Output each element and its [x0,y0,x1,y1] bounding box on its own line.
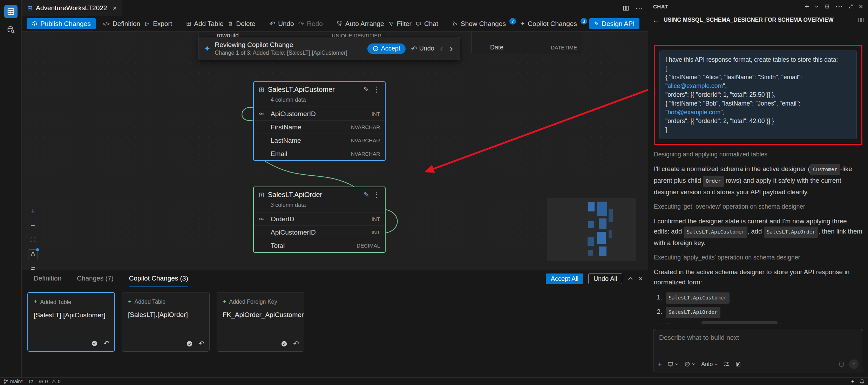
created-objects-list: 1.SalesLT.ApiCustomer 2.SalesLT.ApiOrder… [654,292,862,324]
git-branch-indicator[interactable]: main* [4,379,23,384]
delete-button[interactable]: Delete [225,18,257,29]
accept-all-button[interactable]: Accept All [546,273,583,284]
export-button[interactable]: Export [142,18,174,29]
instructions-icon[interactable] [735,361,741,367]
code-chip: SalesLT.ApiOrder [764,227,819,238]
filter-button[interactable]: Filter [386,18,414,29]
split-editor-icon[interactable] [623,5,629,11]
primary-key-icon [259,111,265,117]
warnings-icon: ⚠ [52,379,56,384]
table-node-apiorder[interactable]: ⊞ SalesLT.ApiOrder ✎ ⋮ 3 column data Ord… [253,187,386,253]
add-table-button[interactable]: ⊞ Add Table [184,18,225,29]
tab-close-icon[interactable]: × [113,4,117,12]
tab-changes[interactable]: Changes (7) [77,270,114,287]
zoom-fit-icon[interactable] [28,235,38,245]
table-row[interactable]: Total DECIMAL [254,239,385,252]
mention-context-selector[interactable] [684,361,696,367]
edit-table-icon[interactable]: ✎ [364,191,369,199]
redo-button[interactable]: ↷ Redo [296,18,325,29]
screen-context-selector[interactable] [667,361,679,367]
sync-indicator[interactable] [28,379,33,384]
table-node-apicustomer[interactable]: ⊞ SalesLT.ApiCustomer ✎ ⋮ 4 column data … [253,81,386,161]
zoom-out-icon[interactable]: − [28,221,38,230]
accept-change-icon[interactable] [186,340,193,347]
new-chat-icon[interactable]: + [805,3,809,11]
added-plus-icon: + [128,298,132,305]
errors-icon: ⊘ [39,379,43,384]
publish-changes-button[interactable]: Publish Changes [27,18,96,29]
add-context-icon[interactable]: + [658,360,662,368]
design-api-button[interactable]: ✎ Design API [589,18,639,29]
banner-subtitle: Change 1 of 3: Added Table: [SalesLT].[A… [215,50,363,56]
accept-change-button[interactable]: Accept [367,43,406,54]
table-row[interactable]: Email NVARCHAR [254,147,385,160]
email-link[interactable]: alice@example.com [667,82,723,89]
auto-arrange-button[interactable]: Auto Arrange [335,18,386,29]
accept-change-icon[interactable] [91,340,98,347]
open-in-editor-icon[interactable] [858,17,864,23]
gear-icon[interactable]: ⚙ [824,4,830,10]
change-card-apiorder[interactable]: + Added Table [SalesLT].[ApiOrder] ↶ [122,292,210,352]
undo-button[interactable]: ↶ Undo [267,18,296,29]
warning-count: 0 [58,379,61,384]
code-icon: </> [103,21,110,26]
close-panel-icon[interactable]: × [859,3,863,11]
next-change-icon[interactable]: › [448,43,454,54]
collapse-panel-icon[interactable] [627,276,633,282]
back-arrow-icon[interactable]: ← [652,15,660,25]
schema-canvas[interactable]: rowguid UNIQUEIDENTIFIER Date DATETIME ✦… [22,32,648,270]
cloud-upload-icon [32,21,38,27]
show-changes-button[interactable]: Show Changes 7 [450,18,518,29]
zoom-in-icon[interactable]: + [28,206,38,216]
change-card-apicustomer[interactable]: + Added Table [SalesLT].[ApiCustomer] ↶ [27,292,115,352]
schema-designer-icon[interactable] [4,5,18,18]
editor-more-actions-icon[interactable]: ⋯ [635,4,643,12]
close-panel-icon[interactable]: × [638,275,643,283]
progress-status: Designing and applying normalized tables [654,151,862,158]
table-menu-icon[interactable]: ⋮ [373,190,380,199]
tab-adventureworks[interactable]: ⊞ AdventureWorksLT2022 × [22,0,122,16]
discard-change-icon[interactable]: ↶ [198,340,204,347]
chat-button[interactable]: Chat [414,18,440,29]
change-card-foreignkey[interactable]: + Added Foreign Key FK_ApiOrder_ApiCusto… [217,292,304,352]
tab-copilot-changes[interactable]: Copilot Changes (3) [129,270,188,287]
table-menu-icon[interactable]: ⋮ [373,85,380,94]
minimap[interactable] [547,198,636,261]
database-search-icon[interactable] [4,23,18,36]
problems-indicator[interactable]: ⊘ 0 ⚠ 0 [39,379,61,384]
undo-icon: ↶ [269,20,275,27]
email-link[interactable]: bob@example.com [667,109,720,116]
discard-change-icon[interactable]: ↶ [103,340,109,347]
copilot-status-icon[interactable]: ✦ [850,379,855,384]
chat-input[interactable] [653,329,863,351]
undo-change-button[interactable]: ↶ Undo [411,45,434,52]
table-row[interactable]: FirstName NVARCHAR [254,120,385,134]
notifications-bell-icon[interactable] [860,379,864,384]
edit-table-icon[interactable]: ✎ [364,86,369,94]
previous-change-icon[interactable]: ‹ [439,43,445,54]
definition-button[interactable]: </> Definition [101,18,142,29]
table-row[interactable]: ApiCustomerID INT [254,107,385,120]
maximize-panel-icon[interactable] [848,4,853,9]
undo-all-button[interactable]: Undo All [588,273,622,284]
copilot-changes-button[interactable]: ✦ Copilot Changes 3 [518,18,589,29]
send-button[interactable]: ↑ [849,359,859,369]
table-icon: ⊞ [259,191,264,198]
trash-icon [228,21,233,27]
discard-change-icon[interactable]: ↶ [293,340,299,347]
table-row[interactable]: ApiCustomerID INT [254,225,385,239]
chevron-down-icon [714,362,718,366]
accept-change-icon[interactable] [281,340,287,347]
tab-definition[interactable]: Definition [34,270,61,287]
auto-layout-icon[interactable] [28,264,38,270]
model-selector[interactable]: Auto [701,361,718,367]
lock-canvas-icon[interactable] [28,249,38,259]
tools-icon[interactable] [724,361,730,367]
table-row[interactable]: LastName NVARCHAR [254,134,385,147]
more-actions-icon[interactable]: ⋯ [835,3,843,11]
show-changes-badge: 7 [509,18,516,25]
model-label: Auto [701,361,713,367]
chevron-down-icon[interactable] [814,4,819,9]
table-row[interactable]: OrderID INT [254,212,385,225]
code-chip: SalesLT.ApiCustomer [666,292,730,304]
